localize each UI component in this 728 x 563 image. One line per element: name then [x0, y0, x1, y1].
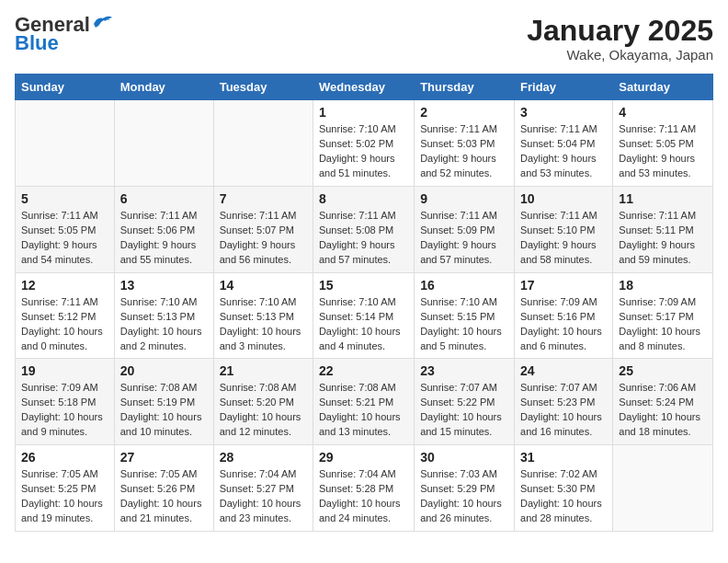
- day-info: Sunrise: 7:09 AM Sunset: 5:17 PM Dayligh…: [619, 295, 707, 354]
- calendar-cell: 29Sunrise: 7:04 AM Sunset: 5:28 PM Dayli…: [313, 445, 414, 532]
- calendar-cell: 13Sunrise: 7:10 AM Sunset: 5:13 PM Dayli…: [114, 272, 213, 359]
- day-number: 9: [420, 191, 508, 206]
- calendar-cell: 21Sunrise: 7:08 AM Sunset: 5:20 PM Dayli…: [213, 359, 313, 445]
- calendar-cell: 15Sunrise: 7:10 AM Sunset: 5:14 PM Dayli…: [313, 272, 414, 359]
- day-info: Sunrise: 7:09 AM Sunset: 5:16 PM Dayligh…: [520, 295, 607, 354]
- month-title: January 2025: [527, 15, 713, 47]
- day-number: 11: [619, 191, 707, 206]
- calendar-cell: 3Sunrise: 7:11 AM Sunset: 5:04 PM Daylig…: [515, 100, 613, 187]
- day-info: Sunrise: 7:10 AM Sunset: 5:15 PM Dayligh…: [420, 295, 508, 354]
- day-number: 31: [520, 450, 607, 465]
- day-number: 19: [21, 363, 108, 378]
- day-number: 29: [319, 450, 408, 465]
- day-info: Sunrise: 7:10 AM Sunset: 5:13 PM Dayligh…: [120, 295, 208, 354]
- day-info: Sunrise: 7:07 AM Sunset: 5:22 PM Dayligh…: [420, 381, 508, 440]
- calendar-week-1: 1Sunrise: 7:10 AM Sunset: 5:02 PM Daylig…: [16, 100, 713, 187]
- day-number: 30: [420, 450, 508, 465]
- calendar-week-5: 26Sunrise: 7:05 AM Sunset: 5:25 PM Dayli…: [16, 445, 713, 532]
- day-number: 17: [520, 278, 607, 293]
- day-number: 7: [220, 191, 307, 206]
- day-number: 27: [120, 450, 208, 465]
- calendar-cell: 22Sunrise: 7:08 AM Sunset: 5:21 PM Dayli…: [313, 359, 414, 445]
- header-saturday: Saturday: [613, 75, 713, 100]
- day-info: Sunrise: 7:11 AM Sunset: 5:04 PM Dayligh…: [520, 122, 607, 181]
- calendar-cell: 18Sunrise: 7:09 AM Sunset: 5:17 PM Dayli…: [613, 272, 713, 359]
- day-info: Sunrise: 7:05 AM Sunset: 5:25 PM Dayligh…: [21, 467, 108, 526]
- day-number: 20: [120, 363, 208, 378]
- day-number: 6: [120, 191, 208, 206]
- day-info: Sunrise: 7:10 AM Sunset: 5:13 PM Dayligh…: [220, 295, 307, 354]
- header-monday: Monday: [114, 75, 213, 100]
- day-info: Sunrise: 7:05 AM Sunset: 5:26 PM Dayligh…: [120, 467, 208, 526]
- day-info: Sunrise: 7:11 AM Sunset: 5:08 PM Dayligh…: [319, 209, 408, 268]
- day-info: Sunrise: 7:11 AM Sunset: 5:05 PM Dayligh…: [21, 209, 108, 268]
- location: Wake, Okayama, Japan: [527, 47, 713, 63]
- calendar-cell: 6Sunrise: 7:11 AM Sunset: 5:06 PM Daylig…: [114, 186, 213, 272]
- day-number: 18: [619, 278, 707, 293]
- header-tuesday: Tuesday: [213, 75, 313, 100]
- calendar-cell: 20Sunrise: 7:08 AM Sunset: 5:19 PM Dayli…: [114, 359, 213, 445]
- calendar-cell: 30Sunrise: 7:03 AM Sunset: 5:29 PM Dayli…: [415, 445, 515, 532]
- day-number: 12: [21, 278, 108, 293]
- day-info: Sunrise: 7:11 AM Sunset: 5:07 PM Dayligh…: [220, 209, 307, 268]
- day-info: Sunrise: 7:06 AM Sunset: 5:24 PM Dayligh…: [619, 381, 707, 440]
- header-thursday: Thursday: [415, 75, 515, 100]
- day-number: 22: [319, 363, 408, 378]
- calendar-cell: 28Sunrise: 7:04 AM Sunset: 5:27 PM Dayli…: [213, 445, 313, 532]
- calendar-cell: 8Sunrise: 7:11 AM Sunset: 5:08 PM Daylig…: [313, 186, 414, 272]
- calendar-week-4: 19Sunrise: 7:09 AM Sunset: 5:18 PM Dayli…: [16, 359, 713, 445]
- calendar-cell: 25Sunrise: 7:06 AM Sunset: 5:24 PM Dayli…: [613, 359, 713, 445]
- calendar-cell: 5Sunrise: 7:11 AM Sunset: 5:05 PM Daylig…: [16, 186, 115, 272]
- day-number: 26: [21, 450, 108, 465]
- calendar-header-row: SundayMondayTuesdayWednesdayThursdayFrid…: [16, 75, 713, 100]
- day-number: 23: [420, 363, 508, 378]
- calendar-cell: 7Sunrise: 7:11 AM Sunset: 5:07 PM Daylig…: [213, 186, 313, 272]
- day-number: 4: [619, 105, 707, 120]
- calendar-cell: 1Sunrise: 7:10 AM Sunset: 5:02 PM Daylig…: [313, 100, 414, 187]
- day-info: Sunrise: 7:09 AM Sunset: 5:18 PM Dayligh…: [21, 381, 108, 440]
- day-info: Sunrise: 7:11 AM Sunset: 5:06 PM Dayligh…: [120, 209, 208, 268]
- day-number: 10: [520, 191, 607, 206]
- day-number: 25: [619, 363, 707, 378]
- logo: General Blue: [15, 15, 112, 53]
- day-number: 5: [21, 191, 108, 206]
- header-wednesday: Wednesday: [313, 75, 414, 100]
- day-info: Sunrise: 7:11 AM Sunset: 5:12 PM Dayligh…: [21, 295, 108, 354]
- day-info: Sunrise: 7:08 AM Sunset: 5:20 PM Dayligh…: [220, 381, 307, 440]
- calendar-week-2: 5Sunrise: 7:11 AM Sunset: 5:05 PM Daylig…: [16, 186, 713, 272]
- calendar-cell: 16Sunrise: 7:10 AM Sunset: 5:15 PM Dayli…: [415, 272, 515, 359]
- calendar-cell: 9Sunrise: 7:11 AM Sunset: 5:09 PM Daylig…: [415, 186, 515, 272]
- calendar-cell: 24Sunrise: 7:07 AM Sunset: 5:23 PM Dayli…: [515, 359, 613, 445]
- day-number: 15: [319, 278, 408, 293]
- day-info: Sunrise: 7:10 AM Sunset: 5:14 PM Dayligh…: [319, 295, 408, 354]
- day-info: Sunrise: 7:11 AM Sunset: 5:05 PM Dayligh…: [619, 122, 707, 181]
- logo-bird-icon: [92, 15, 112, 31]
- calendar-cell: 11Sunrise: 7:11 AM Sunset: 5:11 PM Dayli…: [613, 186, 713, 272]
- calendar-cell: 31Sunrise: 7:02 AM Sunset: 5:30 PM Dayli…: [515, 445, 613, 532]
- calendar-cell: 4Sunrise: 7:11 AM Sunset: 5:05 PM Daylig…: [613, 100, 713, 187]
- calendar-table: SundayMondayTuesdayWednesdayThursdayFrid…: [15, 74, 713, 532]
- calendar-cell: [114, 100, 213, 187]
- day-info: Sunrise: 7:10 AM Sunset: 5:02 PM Dayligh…: [319, 122, 408, 181]
- calendar-cell: 27Sunrise: 7:05 AM Sunset: 5:26 PM Dayli…: [114, 445, 213, 532]
- calendar-cell: [16, 100, 115, 187]
- day-number: 28: [220, 450, 307, 465]
- header-friday: Friday: [515, 75, 613, 100]
- page-header: General Blue January 2025 Wake, Okayama,…: [15, 15, 713, 63]
- day-number: 3: [520, 105, 607, 120]
- calendar-cell: [613, 445, 713, 532]
- day-number: 21: [220, 363, 307, 378]
- day-info: Sunrise: 7:04 AM Sunset: 5:27 PM Dayligh…: [220, 467, 307, 526]
- day-number: 16: [420, 278, 508, 293]
- day-info: Sunrise: 7:11 AM Sunset: 5:03 PM Dayligh…: [420, 122, 508, 181]
- calendar-cell: 23Sunrise: 7:07 AM Sunset: 5:22 PM Dayli…: [415, 359, 515, 445]
- calendar-week-3: 12Sunrise: 7:11 AM Sunset: 5:12 PM Dayli…: [16, 272, 713, 359]
- calendar-cell: 12Sunrise: 7:11 AM Sunset: 5:12 PM Dayli…: [16, 272, 115, 359]
- calendar-cell: 2Sunrise: 7:11 AM Sunset: 5:03 PM Daylig…: [415, 100, 515, 187]
- day-info: Sunrise: 7:11 AM Sunset: 5:11 PM Dayligh…: [619, 209, 707, 268]
- day-info: Sunrise: 7:02 AM Sunset: 5:30 PM Dayligh…: [520, 467, 607, 526]
- day-info: Sunrise: 7:11 AM Sunset: 5:09 PM Dayligh…: [420, 209, 508, 268]
- day-number: 1: [319, 105, 408, 120]
- calendar-cell: 26Sunrise: 7:05 AM Sunset: 5:25 PM Dayli…: [16, 445, 115, 532]
- day-number: 24: [520, 363, 607, 378]
